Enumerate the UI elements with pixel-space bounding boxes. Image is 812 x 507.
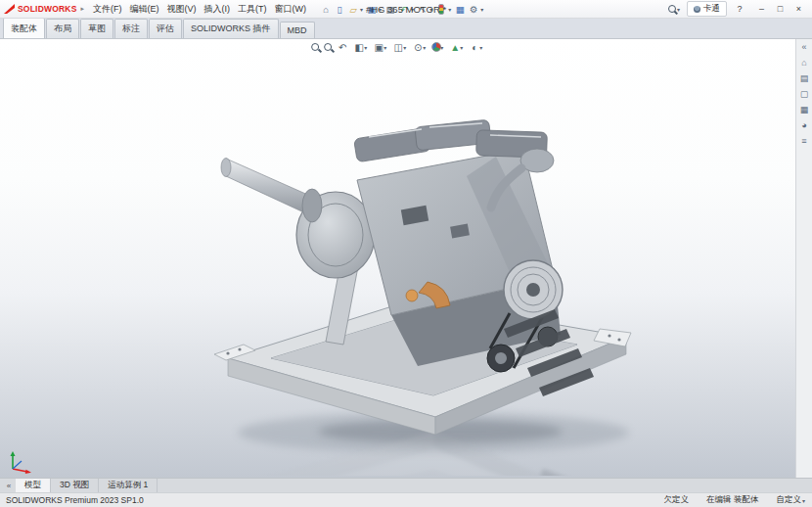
- copper-fitting: [406, 290, 418, 301]
- search-control[interactable]: ▾: [668, 5, 681, 13]
- apply-scene-icon[interactable]: ▲▾: [449, 40, 464, 54]
- engine-assembly[interactable]: [214, 119, 631, 435]
- menubar: 文件(F) 编辑(E) 视图(V) 插入(I) 工具(T) 窗口(W): [89, 1, 310, 18]
- graphics-viewport[interactable]: ↶ ◧▾ ▣▾ ◫▾ ⊙▾ ▾ ▲▾ ◐▾ « ⌂ ▤ ▢ ▦ ◕ ≡: [0, 39, 812, 478]
- rebuild-icon[interactable]: [435, 3, 447, 16]
- undo-caret-icon[interactable]: ▾: [411, 6, 414, 13]
- shaft-flange: [302, 189, 322, 222]
- section-view-icon[interactable]: ◧▾: [353, 40, 368, 54]
- user-avatar-icon: [694, 6, 700, 13]
- user-name: 卡通: [703, 3, 720, 15]
- display-style-icon[interactable]: ◫▾: [392, 40, 407, 54]
- brand-name: SOLIDWORKS: [18, 4, 77, 14]
- titlebar-right-controls: ▾ 卡通 ? – □ ×: [668, 1, 808, 17]
- tab-markup[interactable]: 标注: [114, 19, 148, 38]
- search-icon: [668, 5, 676, 13]
- tabs-scroll-icon[interactable]: «: [2, 479, 16, 492]
- home-icon[interactable]: ⌂: [320, 3, 332, 16]
- menu-file[interactable]: 文件(F): [89, 1, 126, 18]
- menu-edit[interactable]: 编辑(E): [126, 1, 163, 18]
- solidworks-resources-icon[interactable]: ⌂: [801, 59, 806, 68]
- tab-sketch[interactable]: 草图: [80, 19, 113, 38]
- tab-model[interactable]: 模型: [16, 479, 51, 492]
- tab-solidworks-addins[interactable]: SOLIDWORKS 插件: [183, 19, 279, 38]
- appearances-scenes-icon[interactable]: ◕: [801, 121, 806, 130]
- design-library-icon[interactable]: ▤: [800, 74, 809, 83]
- previous-view-icon[interactable]: ↶: [337, 40, 348, 54]
- options-caret-icon[interactable]: ▾: [480, 6, 483, 13]
- output-shaft: [226, 159, 310, 215]
- select-caret-icon[interactable]: ▾: [429, 6, 432, 13]
- tab-assembly[interactable]: 装配体: [3, 18, 45, 38]
- solidworks-logo: SOLIDWORKS: [4, 4, 77, 14]
- open-file-caret-icon[interactable]: ▾: [360, 6, 363, 13]
- help-icon[interactable]: ?: [733, 4, 746, 14]
- minimize-button[interactable]: –: [752, 2, 771, 17]
- solidworks-logo-icon: [4, 4, 15, 14]
- tab-layout[interactable]: 布局: [46, 19, 79, 38]
- tab-motion-study-1[interactable]: 运动算例 1: [99, 479, 158, 492]
- menu-view[interactable]: 视图(V): [163, 1, 201, 18]
- heads-up-view-toolbar: ↶ ◧▾ ▣▾ ◫▾ ⊙▾ ▾ ▲▾ ◐▾: [311, 40, 483, 54]
- tab-evaluate[interactable]: 评估: [149, 19, 182, 38]
- view-settings-icon[interactable]: ◐▾: [469, 40, 483, 54]
- menu-window[interactable]: 窗口(W): [271, 1, 311, 18]
- search-caret-icon: ▾: [677, 6, 680, 13]
- view-orientation-icon[interactable]: ▣▾: [373, 40, 387, 54]
- product-version-label: SOLIDWORKS Premium 2023 SP1.0: [6, 495, 144, 505]
- save-icon[interactable]: ▣: [366, 3, 378, 16]
- command-manager-tabbar: 装配体 布局 草图 标注 评估 SOLIDWORKS 插件 MBD: [0, 19, 812, 39]
- new-file-icon[interactable]: ▯: [334, 3, 345, 16]
- customize-status-control[interactable]: 自定义 ▾: [776, 494, 806, 506]
- zoom-fit-icon[interactable]: [311, 43, 319, 51]
- hide-show-items-icon[interactable]: ⊙▾: [412, 40, 427, 54]
- close-button[interactable]: ×: [789, 2, 808, 17]
- solidworks-window: SOLIDWORKS ▸ 文件(F) 编辑(E) 视图(V) 插入(I) 工具(…: [0, 0, 812, 507]
- view-palette-icon[interactable]: ▦: [800, 106, 809, 115]
- menu-tools[interactable]: 工具(T): [234, 1, 271, 18]
- user-login-button[interactable]: 卡通: [687, 1, 727, 17]
- save-caret-icon[interactable]: ▾: [379, 6, 382, 13]
- options-gear-icon[interactable]: ⚙: [468, 3, 479, 16]
- status-right-group: 欠定义 在编辑 装配体 自定义 ▾: [664, 494, 806, 506]
- under-defined-status: 欠定义: [664, 494, 690, 506]
- tab-mbd[interactable]: MBD: [280, 22, 315, 38]
- rebuild-caret-icon[interactable]: ▾: [448, 6, 451, 13]
- file-properties-icon[interactable]: ▦: [454, 3, 466, 16]
- menu-pin-arrow-icon[interactable]: ▸: [81, 5, 85, 13]
- titlebar: SOLIDWORKS ▸ 文件(F) 编辑(E) 视图(V) 插入(I) 工具(…: [0, 0, 812, 19]
- quick-access-toolbar: ⌂ ▯ ▱▾ ▣▾ ▤ ↶▾ ↖▾ ▾ ▦ ⚙▾: [320, 3, 484, 16]
- undo-icon[interactable]: ↶: [398, 3, 410, 16]
- document-tabbar: « 模型 3D 视图 运动算例 1: [0, 478, 812, 492]
- status-bar: SOLIDWORKS Premium 2023 SP1.0 欠定义 在编辑 装配…: [0, 492, 812, 507]
- file-explorer-icon[interactable]: ▢: [800, 90, 809, 99]
- edit-appearance-icon[interactable]: ▾: [431, 42, 444, 52]
- select-icon[interactable]: ↖: [417, 3, 429, 16]
- task-pane-rail: « ⌂ ▤ ▢ ▦ ◕ ≡: [795, 39, 812, 478]
- restore-button[interactable]: □: [771, 2, 789, 17]
- rebuild-traffic-light-icon: [438, 4, 444, 15]
- tab-3d-views[interactable]: 3D 视图: [51, 479, 99, 492]
- engine-model[interactable]: [210, 43, 660, 476]
- valve-covers: [354, 119, 548, 162]
- zoom-area-icon[interactable]: [324, 43, 332, 51]
- print-icon[interactable]: ▤: [384, 3, 396, 16]
- task-pane-collapse-icon[interactable]: «: [801, 43, 806, 52]
- open-file-icon[interactable]: ▱: [347, 3, 359, 16]
- reference-triad-icon: [6, 445, 35, 475]
- customize-caret-icon: ▾: [802, 497, 805, 504]
- custom-properties-icon[interactable]: ≡: [801, 137, 806, 146]
- editing-assembly-status: 在编辑 装配体: [706, 494, 758, 506]
- window-controls: – □ ×: [752, 2, 808, 17]
- menu-insert[interactable]: 插入(I): [201, 1, 235, 18]
